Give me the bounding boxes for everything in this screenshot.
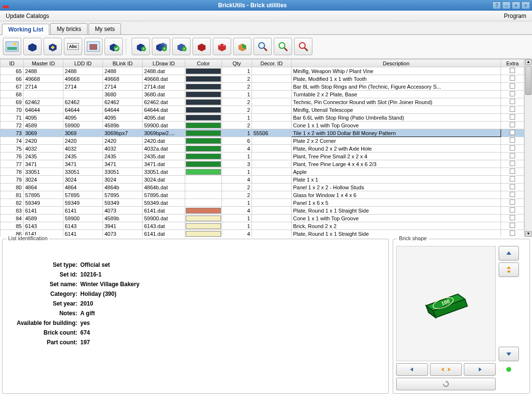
tb-zoom-green[interactable] [274,38,292,55]
field-value: 10216-1 [80,271,102,278]
field-value: 674 [80,329,90,336]
tab-my-sets[interactable]: My sets [89,23,121,34]
extra-checkbox[interactable] [510,99,515,104]
col-color[interactable]: Color [185,60,222,67]
extra-checkbox[interactable] [510,91,515,96]
field-label: Notes: [10,310,80,317]
shape-nav-right[interactable] [464,363,496,376]
tb-brick-plus3[interactable]: + [172,38,191,55]
tb-brick-red1[interactable] [192,38,211,55]
table-row[interactable]: 724589599004589b59900.dat2Cone 1 x 1 wit… [0,122,524,129]
table-row[interactable]: 6649668496684966849668.dat2Plate, Modifi… [0,75,524,83]
tb-set-image2[interactable] [84,38,103,55]
field-label: Category: [10,291,80,297]
table-row[interactable]: 672714271427142714.dat2Bar 8L with Stop … [0,83,524,91]
window-maximize-button[interactable]: + [512,1,520,9]
extra-checkbox[interactable] [510,176,515,182]
table-row[interactable]: 6836803680.dat1Turntable 2 x 2 Plate, Ba… [0,91,524,98]
table-row[interactable]: 6962462624626246262462.dat2Technic, Pin … [0,98,524,106]
col-id[interactable]: ID [0,60,24,67]
shape-nav-left[interactable] [396,363,428,376]
table-row[interactable]: 856143614339416143.dat1Brick, Round 2 x … [0,222,524,230]
shape-nav-up[interactable] [499,246,519,261]
brick-table[interactable]: IDMaster IDLDD IDBLink IDLDraw IDColorQt… [0,59,524,237]
table-row[interactable]: 754032403240324032a.dat4Plate, Round 2 x… [0,145,524,153]
window-minimize-button[interactable]: – [502,1,511,9]
tb-brick-blue[interactable] [23,38,42,55]
col-blink-id[interactable]: BLink ID [103,60,143,67]
extra-checkbox[interactable] [510,68,515,73]
table-row[interactable]: 714095409540954095.dat1Bar 6.6L with Sto… [0,114,524,122]
window-close-button[interactable]: × [521,1,530,9]
table-row[interactable]: 8157895578955789557895.dat2Glass for Win… [0,191,524,199]
tb-abc[interactable]: Abc [64,38,82,55]
extra-checkbox[interactable] [510,169,515,174]
extra-checkbox[interactable] [510,83,515,89]
extra-checkbox[interactable] [510,200,515,205]
menu-program[interactable]: Program [501,13,529,19]
svg-point-30 [279,43,285,48]
col-qty[interactable]: Qty [222,60,252,67]
extra-checkbox[interactable] [510,76,515,81]
extra-checkbox[interactable] [510,153,515,158]
table-row[interactable]: 7064644646446464464644.dat2Minifig, Uten… [0,106,524,114]
table-wrap: IDMaster IDLDD IDBLink IDLDraw IDColorQt… [0,59,532,237]
extra-checkbox[interactable] [510,184,515,189]
svg-point-25 [223,45,225,46]
tb-brick-multi[interactable] [233,38,251,55]
table-row[interactable]: 836141614140736141.dat4Plate, Round 1 x … [0,207,524,215]
extra-checkbox[interactable] [510,130,515,135]
shape-refresh[interactable] [396,378,496,390]
svg-rect-0 [3,5,9,8]
table-row[interactable]: 742420242024202420.dat6Plate 2 x 2 Corne… [0,137,524,145]
svg-point-32 [299,43,305,48]
table-row[interactable]: 762435243524352435.dat1Plant, Tree Pine … [0,153,524,160]
extra-checkbox[interactable] [510,223,515,228]
extra-checkbox[interactable] [510,122,515,127]
extra-checkbox[interactable] [510,114,515,120]
tb-brick-plus1[interactable]: + [132,38,150,55]
extra-checkbox[interactable] [510,207,515,213]
menubar: Update Catalogs Program [0,11,532,21]
shape-nav-updown[interactable] [499,262,519,277]
svg-marker-5 [29,44,36,51]
tb-zoom-red[interactable] [294,38,312,55]
brick-shape-image: 100 [396,246,496,361]
table-row[interactable]: 793024302430243024.dat4Plate 1 x 1 [0,176,524,184]
table-row[interactable]: 73306930693069bpx73069bpw2....155506Tile… [0,129,524,137]
shape-nav-down[interactable] [499,347,519,361]
field-value: Holiday (390) [80,291,117,297]
col-description[interactable]: Description [292,60,501,67]
window-help-button[interactable]: ? [492,1,501,9]
extra-checkbox[interactable] [510,192,515,197]
table-row[interactable]: 844589599004589b59900.dat1Cone 1 x 1 wit… [0,215,524,222]
tb-set-image[interactable] [3,38,21,55]
extra-checkbox[interactable] [510,145,515,151]
table-row[interactable]: 7833051330513305133051.dat1Apple [0,168,524,176]
tb-brick-red2[interactable] [213,38,231,55]
extra-checkbox[interactable] [510,161,515,166]
table-row[interactable]: 652488248824882488.dat1Minifig, Weapon W… [0,67,524,75]
tb-zoom-blue[interactable] [253,38,272,55]
col-extra[interactable]: Extra [501,60,524,67]
extra-checkbox[interactable] [510,138,515,143]
tb-brick-diamond[interactable] [44,38,62,55]
table-row[interactable]: 80486448644864b4864b.dat2Panel 1 x 2 x 2… [0,184,524,191]
col-ldd-id[interactable]: LDD ID [63,60,103,67]
menu-update-catalogs[interactable]: Update Catalogs [3,13,52,19]
tb-brick-plus2[interactable]: + [152,38,170,55]
col-master-id[interactable]: Master ID [24,60,63,67]
table-scrollbar[interactable]: ▲ ▼ [524,59,532,237]
col-ldraw-id[interactable]: LDraw ID [143,60,185,67]
col-decor-id[interactable]: Decor. ID [252,60,292,67]
shape-nav-swap[interactable] [430,363,462,376]
table-row[interactable]: 866141614140736141.dat4Plate, Round 1 x … [0,230,524,237]
table-row[interactable]: 773471347134713471.dat3Plant, Tree Pine … [0,160,524,168]
tab-working-list[interactable]: Working List [2,24,49,35]
extra-checkbox[interactable] [510,215,515,220]
table-row[interactable]: 8259349593495934959349.dat1Panel 1 x 6 x… [0,199,524,207]
extra-checkbox[interactable] [510,230,515,236]
tb-brick-check[interactable] [104,38,123,55]
tab-my-bricks[interactable]: My bricks [50,23,88,34]
extra-checkbox[interactable] [510,107,515,112]
